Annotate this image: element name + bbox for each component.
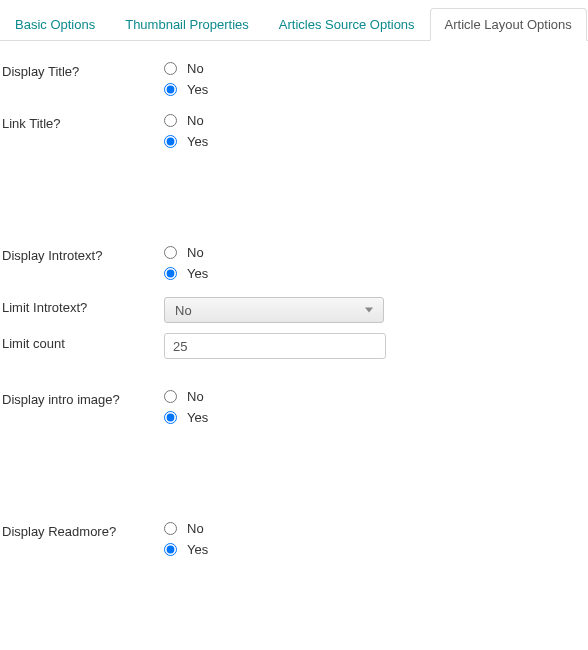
select-limit-introtext[interactable]: No xyxy=(164,297,384,323)
radio-label: Yes xyxy=(187,542,208,557)
radio-display-readmore-no[interactable] xyxy=(164,522,177,535)
label-display-readmore: Display Readmore? xyxy=(2,521,164,539)
radio-link-title-yes[interactable] xyxy=(164,135,177,148)
radio-display-introtext-no[interactable] xyxy=(164,246,177,259)
field-display-intro-image: Display intro image? No Yes xyxy=(2,389,586,431)
radio-display-intro-image-no[interactable] xyxy=(164,390,177,403)
input-limit-count[interactable] xyxy=(164,333,386,359)
field-display-introtext: Display Introtext? No Yes xyxy=(2,245,586,287)
chevron-down-icon xyxy=(365,308,373,313)
tab-article-layout-options[interactable]: Article Layout Options xyxy=(430,8,587,41)
radio-label: No xyxy=(187,245,204,260)
radio-label: Yes xyxy=(187,266,208,281)
radio-display-title-yes[interactable] xyxy=(164,83,177,96)
radio-label: No xyxy=(187,389,204,404)
radio-display-title-no[interactable] xyxy=(164,62,177,75)
radio-label: Yes xyxy=(187,82,208,97)
tab-articles-source-options[interactable]: Articles Source Options xyxy=(264,8,430,41)
radio-label: Yes xyxy=(187,134,208,149)
label-limit-introtext: Limit Introtext? xyxy=(2,297,164,315)
radio-link-title-no[interactable] xyxy=(164,114,177,127)
radio-display-readmore-yes[interactable] xyxy=(164,543,177,556)
tabs-bar: Basic Options Thumbnail Properties Artic… xyxy=(0,0,588,41)
radio-label: No xyxy=(187,113,204,128)
field-display-title: Display Title? No Yes xyxy=(2,61,586,103)
radio-label: No xyxy=(187,521,204,536)
radio-display-introtext-yes[interactable] xyxy=(164,267,177,280)
field-display-readmore: Display Readmore? No Yes xyxy=(2,521,586,563)
radio-label: Yes xyxy=(187,410,208,425)
label-limit-count: Limit count xyxy=(2,333,164,351)
radio-display-intro-image-yes[interactable] xyxy=(164,411,177,424)
label-display-intro-image: Display intro image? xyxy=(2,389,164,407)
label-display-title: Display Title? xyxy=(2,61,164,79)
label-display-introtext: Display Introtext? xyxy=(2,245,164,263)
form-article-layout: Display Title? No Yes Link Title? No Yes xyxy=(0,41,588,593)
select-value: No xyxy=(175,303,192,318)
field-link-title: Link Title? No Yes xyxy=(2,113,586,155)
tab-basic-options[interactable]: Basic Options xyxy=(0,8,110,41)
field-limit-introtext: Limit Introtext? No xyxy=(2,297,586,323)
tab-thumbnail-properties[interactable]: Thumbnail Properties xyxy=(110,8,264,41)
radio-label: No xyxy=(187,61,204,76)
field-limit-count: Limit count xyxy=(2,333,586,359)
label-link-title: Link Title? xyxy=(2,113,164,131)
